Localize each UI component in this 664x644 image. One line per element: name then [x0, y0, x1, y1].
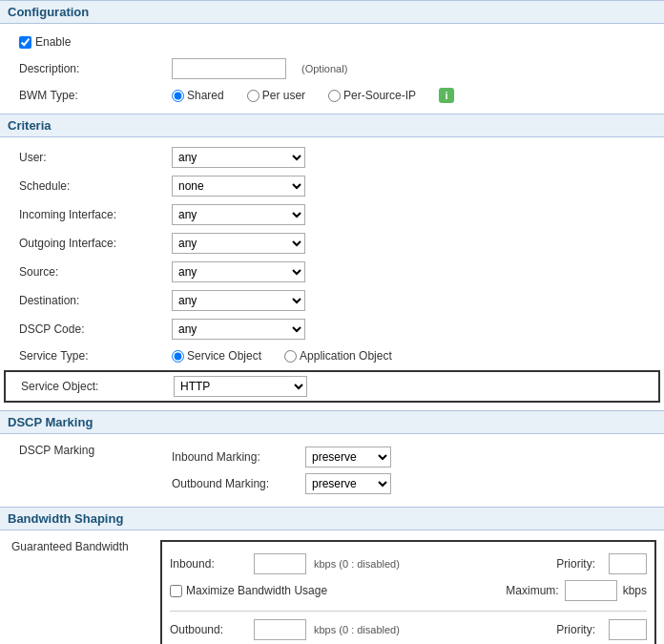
- source-select[interactable]: any: [172, 261, 305, 282]
- dscp-code-row: DSCP Code: any: [0, 315, 664, 343]
- inbound-priority-input[interactable]: 4: [609, 553, 647, 574]
- outbound-marking-select[interactable]: preserve: [305, 473, 391, 494]
- service-object-row: Service Object: HTTP: [4, 370, 660, 403]
- incoming-interface-label: Incoming Interface:: [19, 208, 172, 221]
- dscp-code-select[interactable]: any: [172, 319, 305, 340]
- bwm-shared-label: Shared: [187, 89, 224, 102]
- bwm-type-row: BWM Type: Shared Per user Per-Source-IP …: [0, 83, 664, 108]
- bandwidth-shaping-section: Bandwidth Shaping Guaranteed Bandwidth I…: [0, 507, 664, 644]
- bandwidth-shaping-header: Bandwidth Shaping: [0, 507, 664, 530]
- service-object-select[interactable]: HTTP: [174, 376, 307, 397]
- dscp-marking-section: DSCP Marking DSCP Marking Inbound Markin…: [0, 410, 664, 507]
- inbound-bw-label: Inbound:: [170, 557, 246, 571]
- inbound-marking-label: Inbound Marking:: [172, 450, 305, 464]
- outbound-bw-row: Outbound: 256 kbps (0 : disabled) Priori…: [170, 615, 647, 644]
- criteria-header: Criteria: [0, 114, 664, 137]
- info-icon[interactable]: i: [439, 88, 454, 103]
- outbound-marking-row: Outbound Marking: preserve: [172, 470, 391, 497]
- inbound-priority-label: Priority:: [556, 557, 595, 571]
- service-object-option[interactable]: Service Object: [172, 349, 261, 363]
- outbound-bw-label: Outbound:: [170, 623, 246, 636]
- bwm-per-source-option[interactable]: Per-Source-IP: [328, 89, 416, 102]
- outbound-marking-label: Outbound Marking:: [172, 477, 305, 490]
- bwm-shared-radio[interactable]: [172, 90, 184, 102]
- service-type-row: Service Type: Service Object Application…: [0, 343, 664, 368]
- outbound-priority-input[interactable]: 4: [609, 619, 647, 640]
- bwm-per-user-option[interactable]: Per user: [247, 89, 305, 102]
- optional-text: (Optional): [301, 63, 347, 74]
- inbound-marking-select[interactable]: preserve: [305, 447, 391, 467]
- source-row: Source: any: [0, 258, 664, 286]
- dscp-marking-label: DSCP Marking: [19, 444, 172, 457]
- inbound-maximum-label: Maximum:: [506, 584, 558, 597]
- destination-label: Destination:: [19, 294, 172, 307]
- user-select[interactable]: any: [172, 147, 305, 168]
- description-row: Description: BWM_Web (Optional): [0, 54, 664, 83]
- schedule-label: Schedule:: [19, 179, 172, 193]
- inbound-marking-row: Inbound Marking: preserve: [172, 444, 391, 470]
- incoming-interface-select[interactable]: any: [172, 204, 305, 225]
- incoming-interface-row: Incoming Interface: any: [0, 200, 664, 229]
- user-label: User:: [19, 151, 172, 164]
- destination-select[interactable]: any: [172, 290, 305, 311]
- outgoing-interface-row: Outgoing Interface: any: [0, 229, 664, 258]
- outgoing-interface-label: Outgoing Interface:: [19, 237, 172, 250]
- enable-label: Enable: [35, 35, 71, 49]
- inbound-max-unit: kbps: [623, 584, 647, 597]
- inbound-max-row: Maximum: 5000 kbps: [506, 580, 647, 601]
- bw-divider: [170, 611, 647, 612]
- bwm-per-user-label: Per user: [262, 89, 305, 102]
- enable-row: Enable: [0, 30, 664, 54]
- description-input[interactable]: BWM_Web: [172, 58, 286, 79]
- maximize-inbound-label: Maximize Bandwidth Usage: [186, 584, 327, 597]
- application-object-option[interactable]: Application Object: [284, 349, 392, 363]
- outbound-priority-label: Priority:: [556, 623, 595, 636]
- outbound-bw-note: kbps (0 : disabled): [314, 624, 400, 635]
- description-label: Description:: [19, 62, 172, 75]
- inbound-bw-row: Inbound: 500 kbps (0 : disabled) Priorit…: [170, 550, 647, 578]
- inbound-bw-input[interactable]: 500: [254, 553, 306, 574]
- service-object-label: Service Object:: [21, 380, 174, 393]
- maximize-inbound-checkbox[interactable]: [170, 585, 182, 597]
- schedule-select[interactable]: none: [172, 176, 305, 197]
- service-object-radio[interactable]: [172, 350, 184, 363]
- guaranteed-bandwidth-label: Guaranteed Bandwidth: [0, 540, 153, 553]
- inbound-bw-note: kbps (0 : disabled): [314, 558, 400, 570]
- bwm-per-source-label: Per-Source-IP: [343, 89, 416, 102]
- bwm-type-label: BWM Type:: [19, 89, 172, 102]
- bwm-shared-option[interactable]: Shared: [172, 89, 224, 102]
- outbound-bw-input[interactable]: 256: [254, 619, 306, 640]
- dscp-marking-header: DSCP Marking: [0, 410, 664, 434]
- criteria-section: Criteria User: any Schedule: none Incomi…: [0, 114, 664, 410]
- application-object-radio-label: Application Object: [300, 349, 392, 363]
- destination-row: Destination: any: [0, 286, 664, 315]
- schedule-row: Schedule: none: [0, 172, 664, 200]
- source-label: Source:: [19, 265, 172, 279]
- service-type-label: Service Type:: [19, 349, 172, 363]
- service-object-radio-label: Service Object: [187, 349, 261, 363]
- application-object-radio[interactable]: [284, 350, 297, 363]
- maximize-inbound-row: Maximize Bandwidth Usage: [170, 582, 327, 599]
- bwm-per-user-radio[interactable]: [247, 90, 259, 102]
- configuration-header: Configuration: [0, 0, 664, 24]
- inbound-max-input[interactable]: 5000: [565, 580, 617, 601]
- configuration-section: Configuration Enable Description: BWM_We…: [0, 0, 664, 114]
- user-row: User: any: [0, 143, 664, 172]
- bwm-per-source-radio[interactable]: [328, 90, 341, 102]
- enable-checkbox[interactable]: [19, 36, 31, 49]
- dscp-code-label: DSCP Code:: [19, 322, 172, 336]
- outgoing-interface-select[interactable]: any: [172, 233, 305, 254]
